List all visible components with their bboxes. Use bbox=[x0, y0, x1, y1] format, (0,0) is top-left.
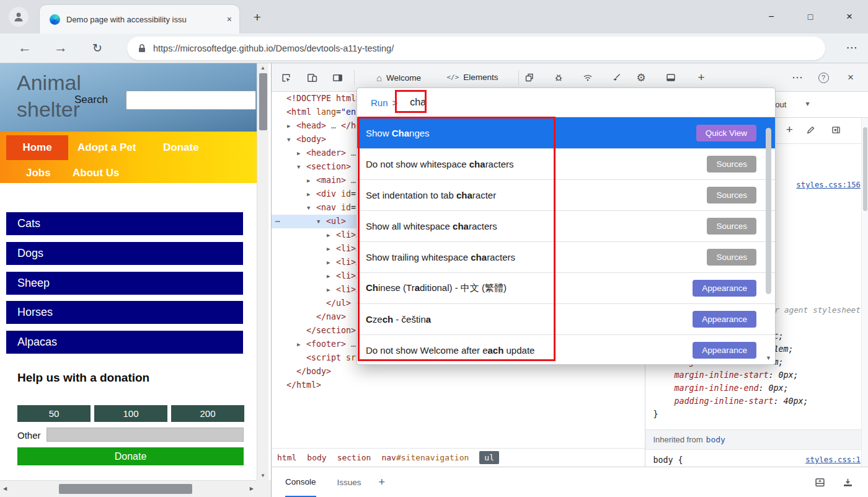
breadcrumb-item[interactable]: ul bbox=[479, 451, 499, 464]
expand-arrow-icon[interactable]: ▼ bbox=[307, 201, 316, 215]
animal-button[interactable]: Cats bbox=[6, 212, 243, 235]
expand-arrow-icon[interactable]: ▶ bbox=[327, 269, 336, 283]
palette-scroll-thumb[interactable] bbox=[766, 128, 771, 294]
refresh-button[interactable]: ↻ bbox=[87, 38, 107, 58]
expand-arrow-icon[interactable]: ▼ bbox=[297, 160, 306, 174]
stylesheet-link[interactable]: styles.css:1 bbox=[805, 454, 861, 467]
animal-button[interactable]: Dogs bbox=[6, 242, 243, 265]
expand-arrow-icon[interactable]: ▶ bbox=[297, 338, 306, 351]
dock-bottom-icon[interactable] bbox=[663, 70, 678, 85]
dom-tree-node[interactable]: </body> bbox=[272, 365, 645, 378]
scroll-right-icon[interactable]: ▶ bbox=[250, 481, 254, 497]
scroll-up-icon[interactable]: ▲ bbox=[257, 65, 268, 71]
nav-item-home[interactable]: Home bbox=[6, 135, 68, 160]
nav-item-jobs[interactable]: Jobs bbox=[26, 167, 51, 179]
expand-arrow-icon[interactable]: ▶ bbox=[327, 228, 336, 242]
devtools-more-button[interactable]: ⋯ bbox=[790, 70, 805, 85]
expand-arrow-icon[interactable]: ▼ bbox=[287, 133, 296, 146]
horizontal-scroll-thumb[interactable] bbox=[59, 484, 192, 494]
css-selector[interactable]: body { bbox=[653, 455, 683, 465]
node-menu-icon[interactable]: ⋯ bbox=[275, 215, 280, 228]
bug-icon[interactable] bbox=[551, 70, 566, 85]
nav-item-adopt[interactable]: Adopt a Pet bbox=[78, 141, 136, 154]
command-item[interactable]: Do not show whitespace charactersSources bbox=[357, 148, 775, 179]
tab-issues[interactable]: Issues bbox=[337, 467, 361, 497]
expand-arrow-icon[interactable]: ▶ bbox=[327, 283, 336, 297]
scroll-down-icon[interactable]: ▼ bbox=[257, 473, 268, 478]
new-style-rule-button[interactable]: + bbox=[783, 123, 795, 137]
command-item[interactable]: Show all whitespace charactersSources bbox=[357, 210, 775, 241]
expand-arrow-icon[interactable]: ▼ bbox=[317, 215, 326, 228]
window-close-button[interactable]: × bbox=[839, 9, 859, 25]
amount-button[interactable]: 100 bbox=[94, 405, 167, 422]
expand-drawer-button[interactable] bbox=[843, 477, 853, 488]
expand-arrow-icon[interactable]: ▶ bbox=[297, 146, 306, 160]
dom-tree-node[interactable]: </html> bbox=[272, 378, 645, 392]
device-emulation-icon[interactable] bbox=[304, 70, 319, 85]
page-vertical-scrollbar[interactable]: ▲ ▼ bbox=[257, 63, 268, 480]
nav-item-donate[interactable]: Donate bbox=[163, 141, 199, 154]
css-property[interactable]: padding-inline-start: 40px; bbox=[653, 395, 861, 408]
command-item[interactable]: Chinese (Traditional) - 中文 (繁體)Appearanc… bbox=[357, 272, 775, 303]
open-sidebar-icon[interactable] bbox=[831, 125, 841, 135]
styles-scrollbar[interactable] bbox=[861, 118, 868, 467]
panel-squares-icon[interactable] bbox=[522, 70, 537, 85]
devtools-close-button[interactable]: × bbox=[843, 70, 858, 85]
expand-arrow-icon[interactable]: ▶ bbox=[327, 256, 336, 269]
expand-arrow-icon[interactable]: ▶ bbox=[327, 242, 336, 256]
command-item[interactable]: Set indentation to tab characterSources bbox=[357, 179, 775, 210]
vertical-scroll-thumb[interactable] bbox=[259, 73, 267, 130]
breadcrumb-item[interactable]: html bbox=[277, 453, 296, 462]
css-property[interactable]: margin-inline-end: 0px; bbox=[653, 382, 861, 395]
profile-avatar[interactable] bbox=[9, 7, 29, 27]
new-tab-button[interactable]: + bbox=[249, 10, 265, 26]
palette-scrollbar[interactable] bbox=[764, 119, 773, 357]
page-horizontal-scrollbar[interactable]: ◀ ▶ bbox=[0, 480, 257, 497]
stylesheet-link[interactable]: styles.css:156 bbox=[796, 179, 861, 192]
pen-icon[interactable] bbox=[806, 125, 815, 135]
command-item[interactable]: Show ChangesQuick View bbox=[357, 117, 775, 148]
amount-button[interactable]: 200 bbox=[171, 405, 244, 422]
search-input[interactable] bbox=[126, 91, 256, 110]
expand-arrow-icon[interactable]: ▶ bbox=[307, 174, 316, 187]
drawer-add-button[interactable]: + bbox=[379, 476, 386, 489]
animal-button[interactable]: Horses bbox=[6, 301, 243, 324]
palette-scroll-down-icon[interactable]: ▼ bbox=[766, 355, 771, 361]
dock-panel-icon[interactable] bbox=[330, 70, 345, 85]
address-bar[interactable]: https://microsoftedge.github.io/Demos/de… bbox=[127, 37, 825, 60]
breadcrumb-item[interactable]: nav#sitenavigation bbox=[381, 453, 469, 462]
gear-icon[interactable]: ⚙ bbox=[634, 70, 649, 85]
back-button[interactable]: ← bbox=[15, 38, 35, 58]
command-item[interactable]: Do not show Welcome after each updateApp… bbox=[357, 334, 775, 365]
help-icon[interactable]: ? bbox=[816, 70, 831, 85]
chevron-down-icon[interactable]: ▾ bbox=[805, 99, 809, 108]
tab-console[interactable]: Console bbox=[285, 467, 316, 497]
inspect-element-icon[interactable] bbox=[278, 70, 293, 85]
maximize-button[interactable]: □ bbox=[800, 9, 820, 25]
paintbrush-icon[interactable] bbox=[609, 70, 624, 85]
command-item[interactable]: Czech - češtinaAppearance bbox=[357, 303, 775, 334]
breadcrumb-item[interactable]: body bbox=[307, 453, 326, 462]
animal-button[interactable]: Alpacas bbox=[6, 331, 243, 354]
tab-close-button[interactable]: × bbox=[227, 14, 232, 24]
expand-arrow-icon[interactable]: ▶ bbox=[307, 187, 316, 201]
breadcrumb-item[interactable]: section bbox=[337, 453, 371, 462]
command-item[interactable]: Show trailing whitespace charactersSourc… bbox=[357, 241, 775, 272]
animal-button[interactable]: Sheep bbox=[6, 272, 243, 295]
palette-query-input[interactable]: cha bbox=[410, 97, 426, 108]
other-amount-input[interactable] bbox=[46, 428, 244, 442]
nav-item-about[interactable]: About Us bbox=[73, 167, 120, 179]
amount-button[interactable]: 50 bbox=[17, 405, 91, 422]
donate-button[interactable]: Donate bbox=[17, 447, 244, 465]
styles-scroll-thumb[interactable] bbox=[863, 127, 867, 211]
dock-drawer-icon[interactable] bbox=[815, 477, 825, 488]
wifi-icon[interactable] bbox=[580, 70, 595, 85]
minimize-button[interactable]: − bbox=[761, 9, 781, 25]
add-tab-button[interactable]: + bbox=[694, 70, 709, 85]
inherited-node-link[interactable]: body bbox=[706, 435, 725, 444]
browser-tab[interactable]: Demo page with accessibility issu × bbox=[40, 5, 239, 34]
scroll-left-icon[interactable]: ◀ bbox=[3, 481, 7, 497]
expand-arrow-icon[interactable]: ▶ bbox=[287, 119, 296, 133]
css-property[interactable]: margin-inline-start: 0px; bbox=[653, 369, 861, 382]
forward-button[interactable]: → bbox=[51, 38, 71, 58]
